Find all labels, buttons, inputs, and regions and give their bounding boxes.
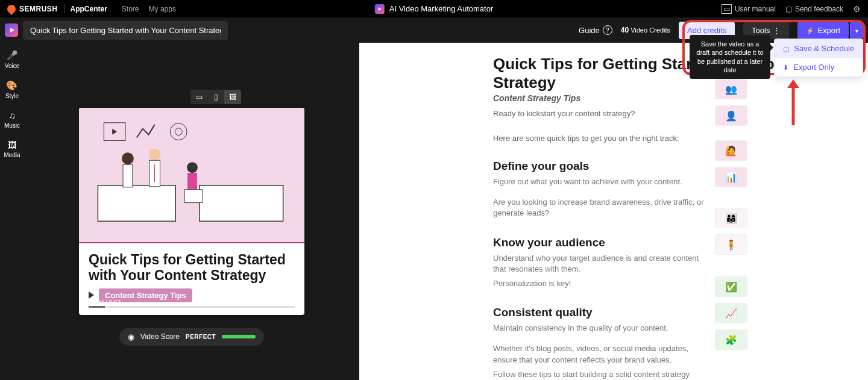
credits-display: 40 Video Credits [621, 26, 670, 34]
media-portrait-icon[interactable]: ▯ [207, 90, 224, 104]
intro-text-1: Ready to kickstart your content strategy… [493, 109, 710, 118]
intro-text-2: Here are some quick tips to get you on t… [493, 134, 710, 143]
score-value: PERFECT [186, 334, 216, 340]
main-area: ▭ ▯ 🖼 Qui [24, 43, 868, 380]
export-button[interactable]: Export [797, 22, 849, 39]
calendar-icon [783, 44, 789, 53]
scene-thumb[interactable]: 🙋 [715, 140, 747, 161]
user-manual-link[interactable]: User manual [722, 5, 776, 13]
preview-pane: ▭ ▯ 🖼 Qui [24, 43, 359, 380]
svg-rect-8 [123, 164, 133, 187]
svg-rect-2 [200, 185, 283, 221]
progress-track[interactable] [89, 306, 295, 308]
sidebar-style[interactable]: 🎨Style [5, 80, 19, 99]
save-schedule-tooltip: Save the video as a draft and schedule i… [690, 35, 770, 79]
send-feedback-link[interactable]: Send feedback [785, 5, 843, 13]
svg-point-7 [122, 152, 134, 164]
scene-thumb[interactable]: 👥 [715, 79, 747, 99]
app-logo-icon[interactable] [5, 23, 18, 37]
scene-thumb[interactable]: ✅ [715, 276, 747, 297]
semrush-logo[interactable]: SEMRUSH [7, 5, 58, 13]
outline-subtitle: Content Strategy Tips [493, 93, 868, 103]
divider [64, 4, 64, 14]
lightning-icon [806, 26, 814, 35]
section-text: Whether it's blog posts, videos, or soci… [493, 343, 705, 365]
palette-icon: 🎨 [6, 80, 17, 91]
svg-rect-14 [184, 190, 203, 203]
help-icon: ? [603, 25, 612, 35]
section-text: Figure out what you want to achieve with… [493, 176, 705, 187]
scene-thumb[interactable]: 📈 [715, 303, 747, 323]
export-only-item[interactable]: Export Only [775, 58, 863, 76]
video-score-pill[interactable]: ◉ Video Score PERFECT [119, 328, 264, 346]
timecode: 0:04 / 0:53 [92, 299, 121, 306]
appcenter-link[interactable]: AppCenter [71, 5, 107, 13]
semrush-flame-icon [5, 3, 17, 15]
export-dropdown: Save & Schedule Export Only [774, 39, 863, 77]
scene-thumb[interactable]: 👤 [715, 105, 747, 126]
guide-button[interactable]: Guide ? [579, 25, 612, 35]
section-text: Follow these tips to start building a so… [493, 369, 705, 380]
sidebar-voice[interactable]: 🎤Voice [5, 50, 19, 69]
illustration-thumb [79, 108, 304, 243]
scene-thumb[interactable]: 📊 [715, 167, 747, 187]
music-icon: ♫ [8, 110, 15, 120]
app-title-text: AI Video Marketing Automator [389, 4, 493, 13]
download-icon [783, 63, 788, 72]
section-text: Are you looking to increase brand awaren… [493, 197, 705, 219]
save-schedule-item[interactable]: Save & Schedule [775, 39, 863, 58]
section-text: Maintain consistency in the quality of y… [493, 323, 705, 334]
video-title-input[interactable] [23, 21, 228, 40]
mic-icon: 🎤 [7, 50, 18, 61]
app-title: AI Video Marketing Automator [375, 4, 493, 14]
top-nav: Store My apps [122, 5, 176, 13]
scene-thumb[interactable]: 🧩 [715, 329, 747, 350]
preview-title: Quick Tips for Getting Started with Your… [89, 252, 295, 284]
dots-icon [773, 26, 781, 35]
top-bar: SEMRUSH AppCenter Store My apps AI Video… [0, 0, 868, 17]
sidebar-media[interactable]: 🖼Media [4, 140, 20, 158]
export-dropdown-toggle[interactable] [850, 22, 863, 39]
media-type-toggle: ▭ ▯ 🖼 [190, 90, 241, 104]
progress-fill [89, 306, 105, 308]
score-bar [222, 335, 256, 338]
nav-myapps[interactable]: My apps [149, 5, 176, 13]
section-heading: Define your goals [493, 160, 868, 173]
left-sidebar: 🎤Voice 🎨Style ♫Music 🖼Media [0, 43, 24, 380]
sidebar-music[interactable]: ♫Music [4, 110, 20, 129]
gauge-icon: ◉ [128, 332, 134, 341]
scene-thumb[interactable]: 🧍 [715, 234, 747, 255]
score-label: Video Score [140, 332, 180, 341]
chat-icon [785, 5, 792, 13]
scene-thumb[interactable]: 👨‍👩‍👧 [715, 208, 747, 228]
media-landscape-icon[interactable]: ▭ [190, 90, 207, 104]
svg-point-9 [149, 148, 161, 160]
book-icon [722, 5, 732, 13]
nav-store[interactable]: Store [122, 5, 139, 13]
section-heading: Know your audience [493, 236, 868, 249]
settings-gear-icon[interactable] [853, 4, 861, 14]
semrush-brand: SEMRUSH [19, 5, 58, 13]
section-text: Personalization is key! [493, 278, 705, 289]
svg-rect-13 [187, 173, 197, 190]
media-icon: 🖼 [8, 140, 17, 150]
app-play-icon [375, 4, 385, 14]
section-heading: Consistent quality [493, 306, 868, 319]
media-image-icon[interactable]: 🖼 [224, 90, 241, 104]
svg-rect-1 [98, 185, 175, 221]
svg-point-12 [187, 162, 198, 173]
section-text: Understand who your target audience is a… [493, 253, 705, 275]
play-icon[interactable] [89, 291, 94, 299]
content-outline-pane: Quick Tips for Getting Started with Your… [359, 43, 868, 380]
video-preview-card[interactable]: Quick Tips for Getting Started with Your… [79, 108, 304, 315]
